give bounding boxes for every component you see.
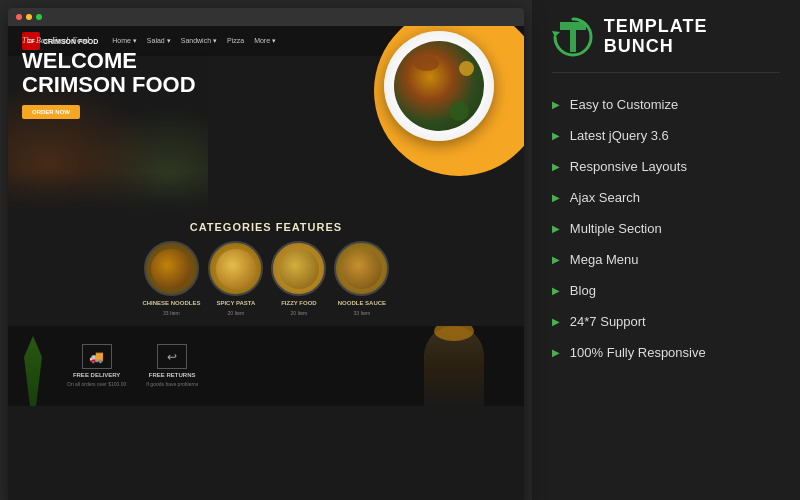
hero-cta-button[interactable]: ORDER NOW <box>22 105 80 119</box>
category-items-list: CHINESE NOODLES 33 Item SPICY PASTA 20 I… <box>22 241 510 316</box>
delivery-sublabel-1: On all orders over $100.00 <box>67 381 126 387</box>
categories-title: CATEGORIES FEATURES <box>22 221 510 233</box>
browser-dot-green <box>36 14 42 20</box>
brand-logo-svg <box>552 16 594 58</box>
food-blob-1 <box>151 249 191 289</box>
hero-section: CF CRIMSON FOOD Home ▾ Salad ▾ Sandwich … <box>8 26 524 211</box>
category-name-4: NOODLE SAUCE <box>338 300 386 306</box>
feature-item-easy-customize: ▶Easy to Customize <box>552 93 780 116</box>
browser-bar <box>8 8 524 26</box>
hero-tagline: The Best Fresh Food <box>22 36 196 45</box>
feature-item-ajax: ▶Ajax Search <box>552 186 780 209</box>
category-name-2: SPICY PASTA <box>216 300 255 306</box>
browser-dot-red <box>16 14 22 20</box>
feature-arrow-support: ▶ <box>552 316 560 327</box>
category-circle-3 <box>271 241 326 296</box>
chef-food-top <box>434 326 474 341</box>
feature-arrow-multiple: ▶ <box>552 223 560 234</box>
feature-text-blog: Blog <box>570 283 596 298</box>
brand-name: TEMPLATE BUNCH <box>604 17 780 57</box>
brand-name-block: TEMPLATE BUNCH <box>604 17 780 57</box>
food-blob-2 <box>216 249 256 289</box>
food-blob-4 <box>342 249 382 289</box>
nav-more: More ▾ <box>254 37 276 45</box>
delivery-label-1: FREE DELIVERY <box>73 372 120 378</box>
hero-title: WELCOME CRIMSON FOOD <box>22 49 196 97</box>
feature-list: ▶Easy to Customize▶Latest jQuery 3.6▶Res… <box>552 93 780 484</box>
category-circle-4 <box>334 241 389 296</box>
feature-arrow-jquery: ▶ <box>552 130 560 141</box>
bottom-section: 🚚 FREE DELIVERY On all orders over $100.… <box>8 326 524 406</box>
categories-section: CATEGORIES FEATURES CHINESE NOODLES 33 I… <box>8 211 524 326</box>
hero-title-line1: WELCOME <box>22 49 196 73</box>
feature-arrow-mega-menu: ▶ <box>552 254 560 265</box>
chef-hand <box>424 326 484 406</box>
feature-arrow-responsive: ▶ <box>552 161 560 172</box>
chef-hand-container <box>414 326 494 406</box>
herb-decoration <box>18 336 48 406</box>
feature-item-mega-menu: ▶Mega Menu <box>552 248 780 271</box>
feature-text-responsive: Responsive Layouts <box>570 159 687 174</box>
food-plate-image <box>384 31 494 141</box>
category-item-2: SPICY PASTA 20 Item <box>208 241 263 316</box>
feature-arrow-fully-responsive: ▶ <box>552 347 560 358</box>
brand-header: TEMPLATE BUNCH <box>552 16 780 73</box>
category-count-1: 33 Item <box>163 310 180 316</box>
nav-pizza: Pizza <box>227 37 244 45</box>
delivery-icon-2: ↩ <box>157 344 187 369</box>
feature-text-fully-responsive: 100% Fully Responsive <box>570 345 706 360</box>
brand-logo <box>552 16 594 58</box>
category-item-4: NOODLE SAUCE 33 Item <box>334 241 389 316</box>
category-circle-1 <box>144 241 199 296</box>
category-name-1: CHINESE NOODLES <box>142 300 200 306</box>
delivery-sublabel-2: If goods have problems <box>146 381 198 387</box>
plate-food <box>394 41 484 131</box>
delivery-info: 🚚 FREE DELIVERY On all orders over $100.… <box>67 334 198 398</box>
category-count-4: 33 Item <box>354 310 371 316</box>
category-name-3: FIZZY FOOD <box>281 300 317 306</box>
food-blob-3 <box>279 249 319 289</box>
feature-item-support: ▶24*7 Support <box>552 310 780 333</box>
delivery-icon-1: 🚚 <box>82 344 112 369</box>
feature-item-blog: ▶Blog <box>552 279 780 302</box>
feature-item-multiple: ▶Multiple Section <box>552 217 780 240</box>
feature-arrow-blog: ▶ <box>552 285 560 296</box>
website-preview: CF CRIMSON FOOD Home ▾ Salad ▾ Sandwich … <box>8 8 524 500</box>
category-item-1: CHINESE NOODLES 33 Item <box>142 241 200 316</box>
category-count-3: 20 Item <box>291 310 308 316</box>
delivery-label-2: FREE RETURNS <box>149 372 196 378</box>
category-item-3: FIZZY FOOD 20 Item <box>271 241 326 316</box>
category-count-2: 20 Item <box>228 310 245 316</box>
hero-gradient <box>8 171 524 211</box>
browser-dot-yellow <box>26 14 32 20</box>
feature-item-responsive: ▶Responsive Layouts <box>552 155 780 178</box>
feature-item-jquery: ▶Latest jQuery 3.6 <box>552 124 780 147</box>
feature-text-easy-customize: Easy to Customize <box>570 97 678 112</box>
category-circle-2 <box>208 241 263 296</box>
right-panel: TEMPLATE BUNCH ▶Easy to Customize▶Latest… <box>532 0 800 500</box>
feature-text-jquery: Latest jQuery 3.6 <box>570 128 669 143</box>
feature-text-support: 24*7 Support <box>570 314 646 329</box>
feature-arrow-easy-customize: ▶ <box>552 99 560 110</box>
feature-text-ajax: Ajax Search <box>570 190 640 205</box>
delivery-item-1: 🚚 FREE DELIVERY On all orders over $100.… <box>67 344 126 387</box>
hero-title-line2: CRIMSON FOOD <box>22 73 196 97</box>
feature-text-mega-menu: Mega Menu <box>570 252 639 267</box>
feature-text-multiple: Multiple Section <box>570 221 662 236</box>
delivery-item-2: ↩ FREE RETURNS If goods have problems <box>146 344 198 387</box>
feature-arrow-ajax: ▶ <box>552 192 560 203</box>
feature-item-fully-responsive: ▶100% Fully Responsive <box>552 341 780 364</box>
hero-content: The Best Fresh Food WELCOME CRIMSON FOOD… <box>22 36 196 119</box>
